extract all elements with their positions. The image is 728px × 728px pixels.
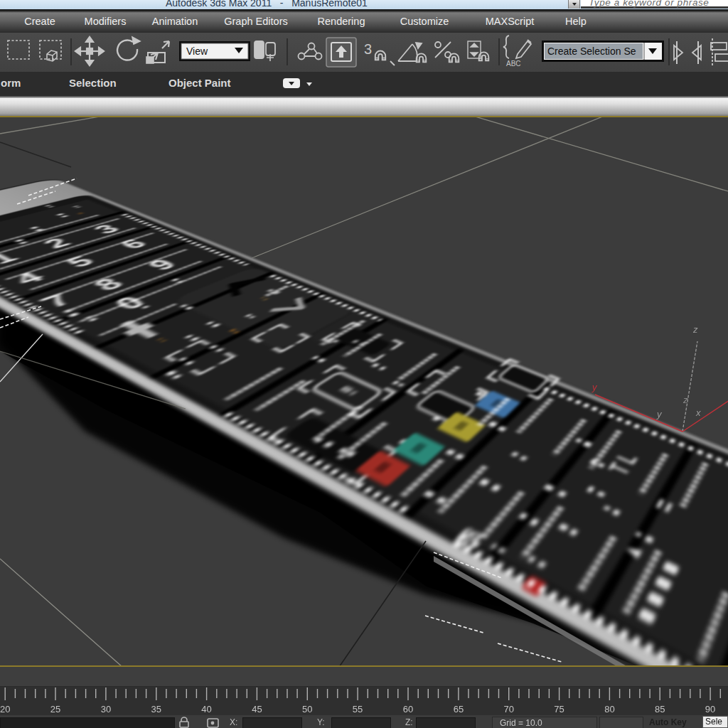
svg-text:90: 90 — [705, 704, 715, 714]
svg-text:80: 80 — [604, 704, 614, 714]
svg-text:View: View — [186, 46, 208, 57]
svg-text:y: y — [592, 382, 598, 392]
svg-text:30: 30 — [101, 704, 111, 714]
svg-text:60: 60 — [403, 704, 413, 714]
svg-text:70: 70 — [503, 704, 513, 714]
svg-text:3: 3 — [364, 41, 372, 57]
svg-text:y: y — [656, 409, 663, 419]
svg-text:25: 25 — [50, 704, 60, 714]
svg-text:40: 40 — [201, 704, 211, 714]
svg-text:z: z — [692, 324, 698, 335]
svg-text:85: 85 — [655, 704, 665, 714]
svg-text:75: 75 — [554, 704, 564, 714]
svg-text:20: 20 — [0, 704, 10, 714]
svg-text:45: 45 — [252, 704, 262, 714]
svg-text:35: 35 — [151, 704, 161, 714]
svg-text:50: 50 — [302, 704, 312, 714]
svg-text:z: z — [682, 395, 688, 405]
svg-text:ABC: ABC — [506, 60, 521, 68]
svg-text:x: x — [695, 407, 701, 418]
svg-text:Create Selection Se: Create Selection Se — [547, 46, 636, 57]
svg-text:55: 55 — [353, 704, 363, 714]
svg-text:65: 65 — [454, 704, 464, 714]
